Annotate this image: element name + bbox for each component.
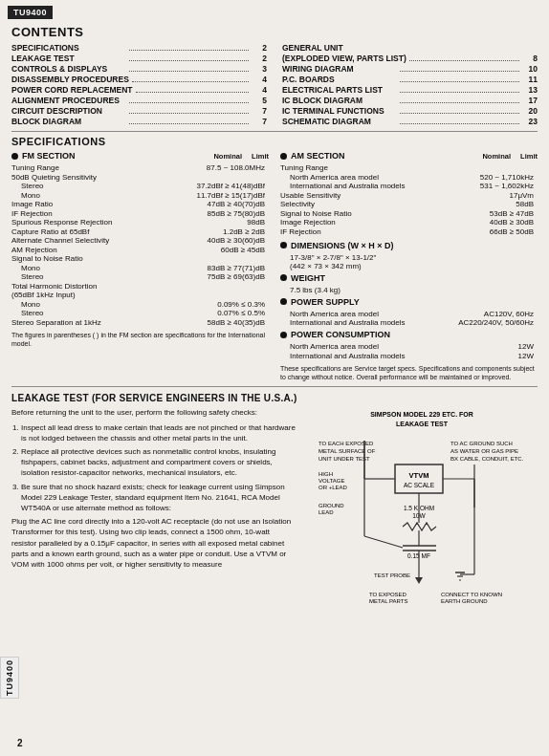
am-row-label: Selectivity	[280, 200, 480, 208]
toc-label: SPECIFICATIONS	[11, 43, 126, 53]
svg-text:TO EACH EXPOSED: TO EACH EXPOSED	[318, 441, 374, 446]
am-row-label: Usable Sensitivity	[280, 191, 480, 200]
am-spec-row: Selectivity58dB	[280, 200, 538, 208]
toc-page: 7	[252, 117, 267, 126]
fm-row-nominal: 47dB ≥ 40(70)dB	[208, 200, 269, 208]
fm-row-nominal: 0.07% ≤ 0.5%	[211, 309, 269, 317]
fm-spec-row: Image Ratio47dB ≥ 40(70)dB	[11, 200, 269, 208]
am-spec-row: IF Rejection66dB ≥ 50dB	[280, 227, 538, 236]
leakage-diagram: SIMPSON MODEL 229 ETC. FOR LEAKAGE TEST …	[305, 407, 538, 656]
am-nominal-header: Nominal	[463, 152, 511, 161]
fm-row-nominal: 1.2dB ≥ 2dB	[211, 227, 269, 236]
toc-dots	[400, 71, 519, 72]
fm-rows-container: Tuning Range87.5 ~ 108.0MHz50dB Quieting…	[11, 163, 269, 327]
toc-row: (EXPLODED VIEW, PARTS LIST)8	[282, 54, 538, 63]
specs-title: SPECIFICATIONS	[11, 136, 538, 147]
fm-row-nominal: 40dB ≥ 30(60)dB	[208, 236, 269, 245]
toc-left-col: SPECIFICATIONS2LEAKAGE TEST2CONTROLS & D…	[11, 43, 267, 127]
toc-dots	[129, 113, 249, 114]
toc-row: DISASSEMBLY PROCEDURES4	[11, 75, 267, 84]
weight-header: WEIGHT	[280, 273, 538, 283]
svg-line-32	[364, 536, 403, 548]
leakage-plug-text: Plug the AC line cord directly into a 12…	[11, 516, 296, 570]
power-supply-row: International and Australia modelsAC220/…	[280, 318, 538, 327]
fm-specs-note: The figures in parentheses ( ) in the FM…	[11, 331, 269, 350]
fm-row-nominal: 37.2dBf ≥ 41(48)dBf	[196, 182, 269, 190]
toc-row: BLOCK DIAGRAM7	[11, 117, 267, 126]
pc-row-value: 12W	[480, 342, 538, 351]
am-row-nominal: 17μVm	[480, 191, 538, 200]
power-consumption-label: POWER CONSUMPTION	[291, 330, 390, 339]
fm-row-label: Stereo	[11, 272, 208, 281]
fm-spec-row: Stereo Separation at 1kHz58dB ≥ 40(35)dB	[11, 318, 269, 327]
fm-spec-row: Total Harmonic Distortion	[11, 282, 269, 291]
am-spec-row: Signal to Noise Ratio53dB ≥ 47dB	[280, 209, 538, 218]
leakage-intro: Before returning the unit to the user, p…	[11, 407, 296, 419]
fm-row-label: 50dB Quieting Sensitivity	[11, 173, 211, 182]
toc-dots	[129, 50, 249, 51]
pc-row-value: 12W	[480, 352, 538, 360]
toc-row: POWER CORD REPLACEMENT4	[11, 85, 267, 95]
fm-limit-header: Limit	[242, 152, 269, 161]
am-row-label: North America area model	[280, 173, 480, 182]
fm-spec-row: AM Rejection60dB ≥ 45dB	[11, 246, 269, 254]
fm-spec-row: Spurious Response Rejection98dB	[11, 218, 269, 227]
toc-row: CONTROLS & DISPLAYS3	[11, 64, 267, 74]
power-consumption-section: POWER CONSUMPTION North America area mod…	[280, 330, 538, 360]
svg-text:CONNECT TO KNOWN: CONNECT TO KNOWN	[441, 592, 502, 597]
dimensions-header: DIMENSIONS (W × H × D)	[280, 241, 538, 250]
fm-row-nominal: 75dB ≥ 69(63)dB	[208, 272, 269, 281]
fm-row-label: AM Rejection	[11, 246, 211, 254]
toc-dots	[400, 123, 519, 124]
am-spec-row: North America area model520 ~ 1,710kHz	[280, 173, 538, 182]
pc-row-label: International and Australia models	[290, 352, 480, 360]
toc-row: LEAKAGE TEST2	[11, 54, 267, 63]
svg-text:GROUND: GROUND	[318, 503, 344, 508]
model-header: TU9400	[8, 6, 53, 19]
dimensions-mm: (442 × 73 × 342 mm)	[280, 262, 538, 270]
fm-row-label: Stereo	[11, 182, 196, 190]
toc-row: SCHEMATIC DIAGRAM23	[282, 117, 538, 126]
fm-spec-row: IF Rejection85dB ≥ 75(80)dB	[11, 209, 269, 218]
svg-text:SIMPSON MODEL 229 ETC. FOR: SIMPSON MODEL 229 ETC. FOR	[370, 411, 473, 418]
power-supply-header: POWER SUPPLY	[280, 297, 538, 307]
leakage-item-2: Replace all protective devices such as n…	[21, 446, 296, 479]
toc-label: P.C. BOARDS	[282, 75, 397, 84]
am-section-label: AM SECTION	[291, 151, 345, 161]
toc-label: ELECTRICAL PARTS LIST	[282, 85, 397, 95]
leakage-body: Before returning the unit to the user, p…	[11, 407, 296, 570]
fm-row-nominal: 11.7dBf ≥ 15(17)dBf	[196, 191, 269, 200]
fm-row-nominal: 58dB ≥ 40(35)dB	[208, 318, 269, 327]
page-number: 2	[17, 738, 23, 748]
svg-text:TEST PROBE: TEST PROBE	[374, 572, 410, 578]
dimensions-value: 17-3/8" × 2-7/8" × 13-1/2"	[280, 253, 538, 262]
power-consumption-row: International and Australia models12W	[280, 352, 538, 360]
weight-section: WEIGHT 7.5 lbs (3.4 kg)	[280, 273, 538, 294]
dimensions-label: DIMENSIONS (W × H × D)	[291, 241, 394, 250]
toc-dots	[129, 71, 249, 72]
fm-spec-row: Mono11.7dBf ≥ 15(17)dBf	[11, 191, 269, 200]
fm-spec-row: Signal to Noise Ratio	[11, 254, 269, 263]
toc-label: (EXPLODED VIEW, PARTS LIST)	[282, 54, 406, 63]
am-row-nominal: 40dB ≥ 30dB	[480, 218, 538, 227]
toc-label: ALIGNMENT PROCEDURES	[11, 96, 126, 105]
toc-page: 10	[522, 64, 538, 74]
am-spec-row: Image Rejection40dB ≥ 30dB	[280, 218, 538, 227]
am-row-label: IF Rejection	[280, 227, 480, 236]
am-bullet	[280, 153, 287, 160]
pc-row-label: North America area model	[290, 342, 480, 351]
toc-page: 5	[252, 96, 267, 105]
toc-label: DISASSEMBLY PROCEDURES	[11, 75, 129, 84]
svg-text:METAL PARTS: METAL PARTS	[369, 598, 407, 604]
toc-row: WIRING DIAGRAM10	[282, 64, 538, 74]
svg-text:AC SCALE: AC SCALE	[403, 482, 434, 488]
svg-text:BX CABLE, CONDUIT, ETC.: BX CABLE, CONDUIT, ETC.	[450, 456, 524, 462]
ps-row-label: International and Australia models	[290, 318, 458, 327]
page: TU9400 CONTENTS SPECIFICATIONS2LEAKAGE T…	[0, 0, 549, 756]
leakage-item-3: Be sure that no shock hazard exists; che…	[21, 482, 296, 514]
fm-section-header: FM SECTION Nominal Limit	[11, 151, 269, 161]
fm-row-label: Mono	[11, 300, 211, 309]
fm-row-label: (65dBf 1kHz Input)	[11, 291, 211, 299]
specs-note-right: These specifications are Service target …	[280, 364, 538, 383]
weight-bullet	[280, 274, 287, 281]
